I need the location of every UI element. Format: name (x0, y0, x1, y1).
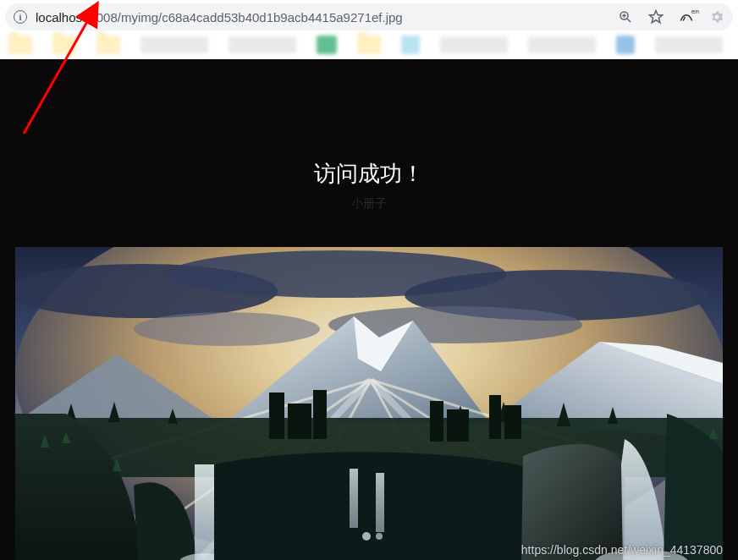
translate-ext-icon[interactable]: en (679, 9, 694, 25)
svg-rect-22 (269, 393, 284, 439)
svg-rect-26 (447, 409, 469, 442)
bookmark-folder[interactable] (52, 36, 76, 54)
bookmark-item[interactable] (140, 36, 208, 53)
url-host: localhost (36, 10, 85, 25)
svg-marker-4 (650, 11, 663, 23)
sub-heading: 小册子 (0, 196, 738, 211)
svg-rect-25 (430, 401, 443, 442)
star-icon[interactable] (648, 9, 664, 25)
bookmark-item[interactable] (229, 36, 296, 53)
svg-rect-28 (504, 405, 521, 439)
svg-rect-24 (313, 390, 327, 439)
gear-icon[interactable] (709, 9, 724, 25)
svg-rect-31 (350, 469, 358, 528)
svg-rect-29 (195, 464, 215, 560)
info-icon[interactable]: i (14, 10, 27, 24)
zoom-icon[interactable] (618, 9, 633, 25)
landscape-image (15, 247, 723, 560)
bookmark-item[interactable] (440, 36, 508, 53)
success-heading: 访问成功！ (0, 159, 738, 189)
ext-label: en (691, 8, 699, 15)
bookmark-folder[interactable] (8, 36, 32, 54)
svg-rect-27 (489, 395, 501, 439)
watermark-text: https://blog.csdn.net/weixin_44137800 (521, 543, 723, 557)
svg-point-34 (376, 533, 383, 540)
bookmark-item[interactable] (317, 36, 337, 54)
svg-point-12 (134, 312, 320, 346)
bookmarks-bar (0, 30, 738, 59)
bookmark-item[interactable] (528, 36, 596, 53)
bookmark-folder[interactable] (96, 36, 120, 54)
page-content: 访问成功！ 小册子 (0, 59, 738, 560)
bookmark-item[interactable] (655, 36, 723, 53)
omnibar-actions: en (618, 9, 724, 25)
bookmark-folder[interactable] (357, 36, 381, 54)
url-display[interactable]: localhost:8008/myimg/c68a4cadd53b40d1b9a… (36, 10, 609, 25)
bookmark-item[interactable] (616, 36, 635, 54)
svg-line-1 (627, 19, 631, 22)
svg-rect-23 (288, 404, 311, 439)
url-path: :8008/myimg/c68a4cadd53b40d1b9acb4415a92… (85, 10, 402, 25)
svg-point-33 (362, 532, 371, 541)
bookmark-item[interactable] (401, 36, 420, 54)
svg-rect-32 (376, 473, 384, 532)
address-bar[interactable]: i localhost:8008/myimg/c68a4cadd53b40d1b… (5, 3, 733, 30)
